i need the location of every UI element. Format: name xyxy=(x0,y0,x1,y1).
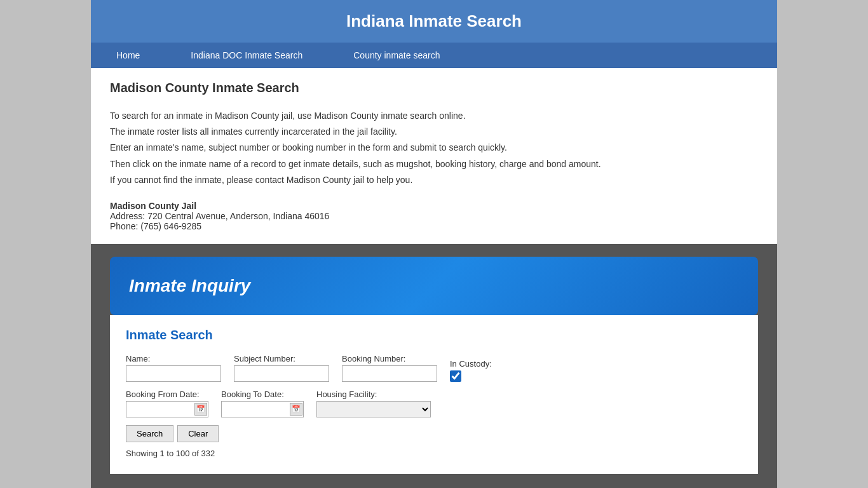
main-nav: Home Indiana DOC Inmate Search County in… xyxy=(91,43,777,68)
search-form-title: Inmate Search xyxy=(126,328,742,342)
search-button[interactable]: Search xyxy=(126,425,173,442)
desc-line-3: Enter an inmate's name, subject number o… xyxy=(110,140,758,156)
inquiry-section: Inmate Inquiry Inmate Search Name: Subje… xyxy=(91,244,777,488)
booking-to-label: Booking To Date: xyxy=(221,390,304,399)
in-custody-label: In Custody: xyxy=(450,359,492,369)
booking-number-field: Booking Number: xyxy=(342,354,437,382)
housing-facility-field: Housing Facility: xyxy=(316,390,431,417)
description-block: To search for an inmate in Madison Count… xyxy=(110,108,758,188)
desc-line-1: To search for an inmate in Madison Count… xyxy=(110,108,758,124)
name-input[interactable] xyxy=(126,365,221,382)
results-count: Showing 1 to 100 of 332 xyxy=(126,449,742,458)
booking-from-calendar-icon[interactable]: 📅 xyxy=(194,403,207,416)
booking-from-wrapper: 📅 xyxy=(126,401,208,417)
form-row-1: Name: Subject Number: Booking Number: In… xyxy=(126,354,742,382)
inquiry-title: Inmate Inquiry xyxy=(129,276,739,296)
subject-number-label: Subject Number: xyxy=(234,354,329,363)
name-field: Name: xyxy=(126,354,221,382)
name-label: Name: xyxy=(126,354,221,363)
page-content: Madison County Inmate Search To search f… xyxy=(91,68,777,244)
desc-line-5: If you cannot find the inmate, please co… xyxy=(110,172,758,188)
desc-line-4: Then click on the inmate name of a recor… xyxy=(110,156,758,172)
jail-address: Address: 720 Central Avenue, Anderson, I… xyxy=(110,211,758,221)
in-custody-checkbox[interactable] xyxy=(450,370,461,382)
nav-county-search[interactable]: County inmate search xyxy=(328,43,465,68)
booking-from-label: Booking From Date: xyxy=(126,390,208,399)
booking-to-calendar-icon[interactable]: 📅 xyxy=(290,403,302,416)
jail-phone: Phone: (765) 646-9285 xyxy=(110,221,758,231)
housing-facility-label: Housing Facility: xyxy=(316,390,431,399)
in-custody-field: In Custody: xyxy=(450,359,492,382)
booking-to-wrapper: 📅 xyxy=(221,401,304,417)
site-title: Indiana Inmate Search xyxy=(97,11,771,31)
page-title: Madison County Inmate Search xyxy=(110,81,758,95)
booking-to-field: Booking To Date: 📅 xyxy=(221,390,304,417)
booking-from-field: Booking From Date: 📅 xyxy=(126,390,208,417)
search-form-container: Inmate Search Name: Subject Number: Book… xyxy=(110,315,758,474)
form-buttons: Search Clear xyxy=(126,425,742,442)
inquiry-header: Inmate Inquiry xyxy=(110,257,758,315)
housing-facility-select[interactable] xyxy=(316,401,431,417)
inmate-search-form: Name: Subject Number: Booking Number: In… xyxy=(126,354,742,458)
desc-line-2: The inmate roster lists all inmates curr… xyxy=(110,124,758,140)
form-row-2: Booking From Date: 📅 Booking To Date: 📅 xyxy=(126,390,742,417)
booking-number-input[interactable] xyxy=(342,365,437,382)
booking-number-label: Booking Number: xyxy=(342,354,437,363)
nav-home[interactable]: Home xyxy=(91,43,165,68)
site-header: Indiana Inmate Search xyxy=(91,0,777,43)
subject-number-field: Subject Number: xyxy=(234,354,329,382)
jail-info: Madison County Jail Address: 720 Central… xyxy=(110,201,758,231)
nav-doc-search[interactable]: Indiana DOC Inmate Search xyxy=(165,43,328,68)
jail-name: Madison County Jail xyxy=(110,201,758,211)
subject-number-input[interactable] xyxy=(234,365,329,382)
clear-button[interactable]: Clear xyxy=(177,425,219,442)
